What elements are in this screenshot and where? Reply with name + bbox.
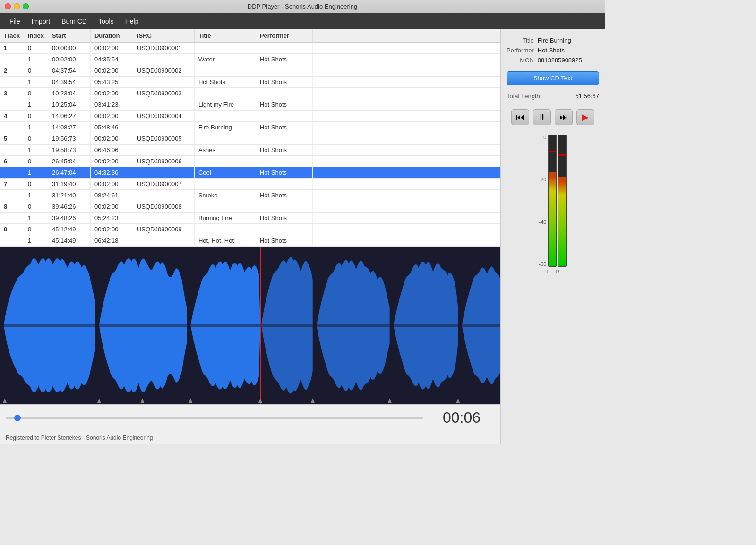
table-cell-track	[0, 167, 24, 179]
total-length-row: Total Length 51:56:67	[507, 93, 599, 100]
col-track: Track	[0, 29, 24, 43]
table-cell-start: 26:47:04	[48, 167, 90, 179]
table-cell-track: 9	[0, 224, 24, 235]
table-cell-start: 39:48:26	[48, 213, 90, 224]
table-cell-index: 1	[24, 235, 48, 247]
window-controls[interactable]	[5, 3, 29, 9]
table-cell-isrc: USQDJ0900008	[133, 201, 194, 213]
title-label: Title	[507, 37, 534, 44]
table-cell-title: Cool	[194, 167, 256, 179]
table-cell-track: 8	[0, 201, 24, 213]
table-cell-index: 0	[24, 179, 48, 190]
table-row[interactable]: 126:47:0404:32:36CoolHot Shots	[0, 167, 500, 179]
table-cell-performer	[256, 179, 312, 190]
table-cell-isrc	[133, 122, 194, 133]
table-cell-title: Burning Fire	[194, 213, 256, 224]
progress-thumb[interactable]	[14, 415, 21, 421]
status-bar: Registered to Pieter Stenekes - Sonoris …	[0, 431, 500, 444]
table-cell-track	[0, 190, 24, 201]
svg-rect-9	[0, 324, 500, 327]
table-row[interactable]: 131:21:4008:24:61SmokeHot Shots	[0, 190, 500, 201]
table-cell-start: 04:37:54	[48, 65, 90, 77]
waveform-area[interactable]	[0, 247, 500, 404]
vu-bars	[548, 135, 567, 267]
rewind-button[interactable]: ⏮	[511, 109, 529, 125]
table-row[interactable]: 8039:46:2600:02:00USQDJ0900008	[0, 201, 500, 213]
table-row[interactable]: 5019:56:7300:02:00USQDJ0900005	[0, 133, 500, 145]
table-cell-performer: Hot Shots	[256, 54, 312, 65]
table-cell-duration: 00:02:00	[90, 156, 133, 167]
table-cell-title: Water	[194, 54, 256, 65]
vu-label-20: -20	[539, 177, 547, 182]
window-title: DDP Player - Sonoris Audio Engineering	[248, 3, 357, 10]
table-row[interactable]: 1000:00:0000:02:00USQDJ0900001	[0, 43, 500, 54]
table-row[interactable]: 100:02:0004:35:54WaterHot Shots	[0, 54, 500, 65]
table-row[interactable]: 7031:19:4000:02:00USQDJ0900007	[0, 179, 500, 190]
table-cell-index: 1	[24, 190, 48, 201]
table-cell-isrc: USQDJ0900006	[133, 156, 194, 167]
table-row[interactable]: 114:08:2705:48:46Fire BurningHot Shots	[0, 122, 500, 133]
table-cell-title: Fire Burning	[194, 122, 256, 133]
table-body: 1000:00:0000:02:00USQDJ0900001100:02:000…	[0, 43, 500, 247]
table-row[interactable]: 2004:37:5400:02:00USQDJ0900002	[0, 65, 500, 77]
table-cell-track	[0, 213, 24, 224]
table-cell-undefined	[312, 65, 500, 77]
status-text: Registered to Pieter Stenekes - Sonoris …	[6, 434, 153, 441]
menu-item-help[interactable]: Help	[120, 16, 145, 27]
table-cell-undefined	[312, 99, 500, 111]
progress-slider[interactable]	[6, 417, 423, 419]
waveform-display	[0, 247, 500, 404]
table-row[interactable]: 9045:12:4900:02:00USQDJ0900009	[0, 224, 500, 235]
table-row[interactable]: 110:25:0403:41:23Light my FireHot Shots	[0, 99, 500, 111]
table-row[interactable]: 3010:23:0400:02:00USQDJ0900003	[0, 88, 500, 99]
table-row[interactable]: 6026:45:0400:02:00USQDJ0900006	[0, 156, 500, 167]
table-cell-undefined	[312, 145, 500, 156]
table-cell-track: 4	[0, 111, 24, 122]
show-cd-text-button[interactable]: Show CD Text	[507, 71, 599, 85]
table-cell-title	[194, 179, 256, 190]
table-row[interactable]: 4014:06:2700:02:00USQDJ0900004	[0, 111, 500, 122]
table-cell-duration: 04:35:54	[90, 54, 133, 65]
table-cell-index: 0	[24, 111, 48, 122]
table-cell-track	[0, 235, 24, 247]
menu-item-import[interactable]: Import	[26, 16, 56, 27]
table-cell-duration: 04:32:36	[90, 167, 133, 179]
table-row[interactable]: 104:39:5405:43:25Hot ShotsHot Shots	[0, 77, 500, 88]
table-cell-isrc	[133, 77, 194, 88]
table-cell-undefined	[312, 179, 500, 190]
time-display: 00:06	[429, 409, 495, 426]
menu-item-burn-cd[interactable]: Burn CD	[56, 16, 93, 27]
track-table: Track Index Start Duration ISRC Title Pe…	[0, 29, 500, 247]
vu-meter-container: 0 -20 -40 -60	[507, 135, 599, 436]
table-row[interactable]: 139:48:2605:24:23Burning FireHot Shots	[0, 213, 500, 224]
table-cell-undefined	[312, 201, 500, 213]
tracks-table: Track Index Start Duration ISRC Title Pe…	[0, 29, 500, 247]
table-cell-track	[0, 99, 24, 111]
table-cell-track	[0, 122, 24, 133]
table-cell-duration: 06:42:18	[90, 235, 133, 247]
table-cell-duration: 03:41:23	[90, 99, 133, 111]
menu-item-tools[interactable]: Tools	[93, 16, 120, 27]
title-bar: DDP Player - Sonoris Audio Engineering	[0, 0, 605, 13]
table-cell-title	[194, 133, 256, 145]
table-row[interactable]: 145:14:4906:42:18Hot, Hot, HotHot Shots	[0, 235, 500, 247]
pause-button[interactable]: ⏸	[533, 109, 551, 125]
table-row[interactable]: 119:58:7306:46:06AshesHot Shots	[0, 145, 500, 156]
title-value: Fire Burning	[538, 37, 599, 44]
table-cell-performer	[256, 111, 312, 122]
play-stop-button[interactable]: ▶	[576, 109, 594, 125]
maximize-button[interactable]	[23, 3, 29, 9]
table-cell-title	[194, 43, 256, 54]
table-cell-undefined	[312, 235, 500, 247]
fast-forward-button[interactable]: ⏭	[555, 109, 573, 125]
table-cell-performer	[256, 224, 312, 235]
table-cell-start: 04:39:54	[48, 77, 90, 88]
menu-item-file[interactable]: File	[4, 16, 26, 27]
total-length-label: Total Length	[507, 93, 540, 100]
mcn-value: 0813285908925	[538, 57, 599, 64]
minimize-button[interactable]	[14, 3, 20, 9]
main-area: Track Index Start Duration ISRC Title Pe…	[0, 29, 605, 444]
table-cell-isrc	[133, 167, 194, 179]
table-cell-performer: Hot Shots	[256, 213, 312, 224]
close-button[interactable]	[5, 3, 11, 9]
